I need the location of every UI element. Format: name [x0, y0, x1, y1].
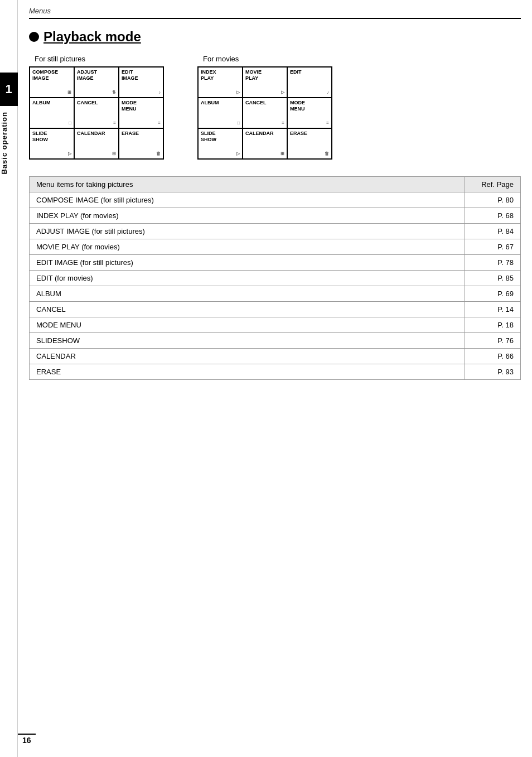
table-row: MODE MENUP. 18: [30, 317, 521, 333]
erase-icon: 🗑: [156, 151, 161, 157]
table-row: CALENDARP. 66: [30, 349, 521, 364]
section-label: Menus: [29, 7, 51, 15]
section-title: Playback mode: [43, 29, 141, 45]
mode-menu-icon: ≡: [158, 120, 161, 126]
cell-cancel-movie: CANCEL ≡: [243, 98, 287, 128]
cell-erase: ERASE 🗑: [119, 128, 163, 159]
table-cell-ref: P. 69: [465, 286, 521, 302]
sidebar-label: Basic operation: [0, 112, 18, 175]
compose-icon: ⊞: [67, 90, 71, 95]
top-bar: Menus: [29, 6, 521, 19]
table-cell-ref: P. 84: [465, 224, 521, 239]
table-cell-menu: INDEX PLAY (for movies): [30, 208, 465, 224]
table-cell-menu: EDIT (for movies): [30, 271, 465, 286]
erase-movie-icon: 🗑: [325, 151, 329, 157]
table-row: COMPOSE IMAGE (for still pictures)P. 80: [30, 192, 521, 208]
slideshow-movie-icon: ▷: [236, 151, 240, 157]
table-cell-menu: MOVIE PLAY (for movies): [30, 239, 465, 255]
cell-erase-movie: ERASE 🗑: [287, 128, 332, 159]
reference-table: Menu items for taking pictures Ref. Page…: [29, 176, 521, 380]
table-row: ERASEP. 93: [30, 364, 521, 380]
edit-movie-icon: ♪: [327, 90, 329, 95]
section-heading: Playback mode: [29, 29, 521, 45]
still-pictures-grid: COMPOSEIMAGE ⊞ ADJUSTIMAGE ⇅ EDITIMAGE ♪…: [29, 66, 164, 160]
cell-mode-menu-movie: MODEMENU ≡: [287, 98, 332, 128]
movies-diagram: For movies INDEXPLAY ▷ MOVIEPLAY ▷ EDIT …: [197, 55, 332, 160]
calendar-icon: ⊞: [112, 151, 116, 157]
table-cell-menu: MODE MENU: [30, 317, 465, 333]
table-row: SLIDESHOWP. 76: [30, 333, 521, 349]
table-cell-ref: P. 68: [465, 208, 521, 224]
table-cell-ref: P. 80: [465, 192, 521, 208]
slideshow-icon: ▷: [68, 151, 71, 157]
cancel-icon: ≡: [113, 120, 116, 126]
movies-label: For movies: [203, 55, 239, 63]
page-number: 16: [18, 734, 36, 746]
table-row: INDEX PLAY (for movies)P. 68: [30, 208, 521, 224]
cell-adjust-image: ADJUSTIMAGE ⇅: [74, 67, 119, 98]
table-row: ADJUST IMAGE (for still pictures)P. 84: [30, 224, 521, 239]
sidebar: 1 Basic operation: [0, 0, 18, 757]
table-header-menu: Menu items for taking pictures: [30, 177, 465, 192]
table-row: ALBUMP. 69: [30, 286, 521, 302]
table-cell-ref: P. 66: [465, 349, 521, 364]
still-pictures-diagram: For still pictures COMPOSEIMAGE ⊞ ADJUST…: [29, 55, 164, 160]
table-cell-ref: P. 18: [465, 317, 521, 333]
table-cell-menu: COMPOSE IMAGE (for still pictures): [30, 192, 465, 208]
diagrams-row: For still pictures COMPOSEIMAGE ⊞ ADJUST…: [29, 55, 521, 160]
album-icon: □: [69, 120, 71, 126]
calendar-movie-icon: ⊞: [280, 151, 284, 157]
table-cell-menu: SLIDESHOW: [30, 333, 465, 349]
movies-grid: INDEXPLAY ▷ MOVIEPLAY ▷ EDIT ♪ ALBUM □: [197, 66, 332, 160]
index-play-icon: ▷: [236, 90, 240, 95]
cell-album: ALBUM □: [30, 98, 74, 128]
adjust-icon: ⇅: [112, 90, 116, 95]
table-row: CANCELP. 14: [30, 302, 521, 317]
table-cell-ref: P. 85: [465, 271, 521, 286]
cell-compose-image: COMPOSEIMAGE ⊞: [30, 67, 74, 98]
cell-cancel: CANCEL ≡: [74, 98, 119, 128]
table-cell-menu: CANCEL: [30, 302, 465, 317]
table-row: EDIT (for movies)P. 85: [30, 271, 521, 286]
still-pictures-label: For still pictures: [35, 55, 85, 63]
table-cell-ref: P. 14: [465, 302, 521, 317]
cell-index-play: INDEXPLAY ▷: [198, 67, 243, 98]
table-row: MOVIE PLAY (for movies)P. 67: [30, 239, 521, 255]
table-header-ref: Ref. Page: [465, 177, 521, 192]
table-cell-ref: P. 93: [465, 364, 521, 380]
mode-menu-movie-icon: ≡: [326, 120, 329, 126]
table-cell-menu: EDIT IMAGE (for still pictures): [30, 255, 465, 271]
chapter-number: 1: [0, 73, 18, 106]
edit-image-icon: ♪: [158, 90, 161, 95]
table-cell-ref: P. 76: [465, 333, 521, 349]
cell-mode-menu: MODEMENU ≡: [119, 98, 163, 128]
table-cell-ref: P. 67: [465, 239, 521, 255]
cell-album-movie: ALBUM □: [198, 98, 243, 128]
cancel-movie-icon: ≡: [282, 120, 284, 126]
table-cell-menu: CALENDAR: [30, 349, 465, 364]
cell-movie-play: MOVIEPLAY ▷: [243, 67, 287, 98]
cell-calendar-movie: CALENDAR ⊞: [243, 128, 287, 159]
table-cell-menu: ALBUM: [30, 286, 465, 302]
table-cell-ref: P. 78: [465, 255, 521, 271]
bullet-icon: [29, 32, 39, 42]
table-row: EDIT IMAGE (for still pictures)P. 78: [30, 255, 521, 271]
cell-calendar: CALENDAR ⊞: [74, 128, 119, 159]
cell-slideshow: SLIDESHOW ▷: [30, 128, 74, 159]
album-movie-icon: □: [237, 120, 240, 126]
cell-slideshow-movie: SLIDESHOW ▷: [198, 128, 243, 159]
cell-edit-image: EDITIMAGE ♪: [119, 67, 163, 98]
cell-edit-movie: EDIT ♪: [287, 67, 332, 98]
table-cell-menu: ERASE: [30, 364, 465, 380]
movie-play-icon: ▷: [281, 90, 284, 95]
table-cell-menu: ADJUST IMAGE (for still pictures): [30, 224, 465, 239]
main-content: Menus Playback mode For still pictures C…: [18, 0, 532, 391]
